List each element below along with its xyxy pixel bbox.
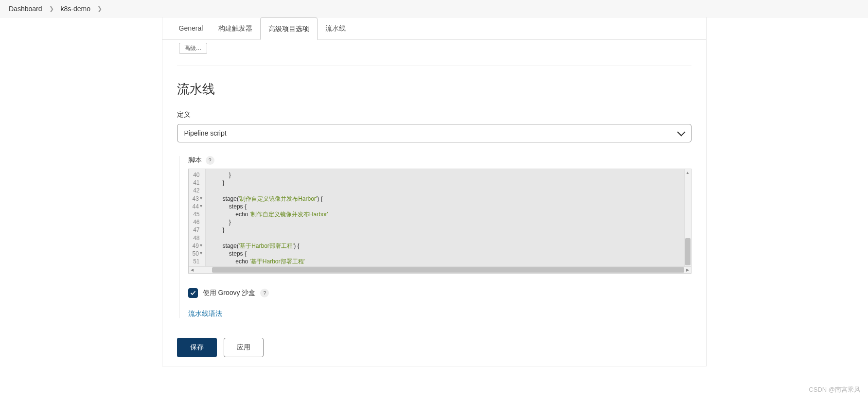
scroll-right-arrow-icon[interactable]: ▶ xyxy=(684,267,691,273)
breadcrumb-item-dashboard[interactable]: Dashboard xyxy=(9,5,42,13)
editor-content[interactable]: } } stage('制作自定义镜像并发布Harbor') { steps { … xyxy=(206,169,691,266)
groovy-sandbox-label: 使用 Groovy 沙盒 xyxy=(203,289,256,297)
save-button[interactable]: 保存 xyxy=(177,338,217,357)
tab-advanced[interactable]: 高级项目选项 xyxy=(260,17,318,40)
check-icon xyxy=(190,290,196,296)
script-label: 脚本 xyxy=(188,156,202,165)
chevron-down-icon xyxy=(677,128,685,137)
vertical-scrollbar[interactable]: ▲ xyxy=(684,169,691,266)
editor-gutter: 40 41 42 43▾44▾45 46 47 48 49▾50▾51 52 5… xyxy=(189,169,206,266)
horizontal-scroll-thumb[interactable] xyxy=(212,267,684,273)
scroll-left-arrow-icon[interactable]: ◀ xyxy=(189,267,195,273)
breadcrumb: Dashboard ❯ k8s-demo ❯ xyxy=(0,0,868,17)
tab-general[interactable]: General xyxy=(171,17,211,39)
section-title: 流水线 xyxy=(177,81,691,98)
chevron-right-icon: ❯ xyxy=(49,5,54,12)
script-editor[interactable]: 40 41 42 43▾44▾45 46 47 48 49▾50▾51 52 5… xyxy=(188,169,691,274)
help-icon[interactable]: ? xyxy=(260,289,269,297)
scroll-up-arrow-icon[interactable]: ▲ xyxy=(685,169,691,176)
vertical-scroll-thumb[interactable] xyxy=(685,238,691,265)
breadcrumb-item-project[interactable]: k8s-demo xyxy=(61,5,90,13)
definition-select[interactable]: Pipeline script xyxy=(177,124,691,142)
tab-pipeline[interactable]: 流水线 xyxy=(318,17,354,39)
groovy-sandbox-checkbox[interactable] xyxy=(188,288,198,298)
apply-button[interactable]: 应用 xyxy=(224,338,264,357)
tab-triggers[interactable]: 构建触发器 xyxy=(211,17,260,39)
help-icon[interactable]: ? xyxy=(206,156,214,165)
pipeline-syntax-link[interactable]: 流水线语法 xyxy=(188,310,222,317)
config-panel: General 构建触发器 高级项目选项 流水线 高级… 流水线 定义 Pipe… xyxy=(162,17,707,366)
config-tabs: General 构建触发器 高级项目选项 流水线 xyxy=(162,17,706,40)
advanced-button[interactable]: 高级… xyxy=(179,43,207,54)
prev-section-remnant: 高级… xyxy=(177,42,691,66)
horizontal-scrollbar[interactable]: ◀ ▶ xyxy=(189,266,691,273)
definition-value: Pipeline script xyxy=(184,129,227,137)
chevron-right-icon: ❯ xyxy=(97,5,102,12)
definition-label: 定义 xyxy=(177,110,691,119)
